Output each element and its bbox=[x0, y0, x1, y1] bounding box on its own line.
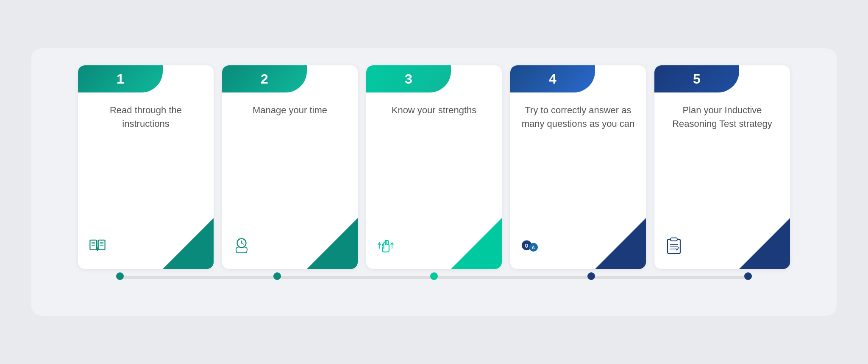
svg-text:Q: Q bbox=[525, 244, 528, 248]
card-5-badge: 5 bbox=[654, 65, 739, 92]
card-4: 4 Try to correctly answer as many questi… bbox=[510, 65, 646, 269]
card-1-corner bbox=[163, 218, 214, 269]
svg-rect-0 bbox=[90, 240, 97, 250]
svg-rect-18 bbox=[668, 239, 680, 253]
timeline-dot-2 bbox=[273, 272, 281, 280]
timeline-dot-1 bbox=[116, 272, 124, 280]
card-2-badge: 2 bbox=[222, 65, 307, 92]
card-2-icon bbox=[232, 236, 251, 259]
card-4-badge: 4 bbox=[510, 65, 595, 92]
card-3-corner bbox=[451, 218, 502, 269]
timeline-dots bbox=[116, 275, 752, 280]
card-3-badge: 3 bbox=[366, 65, 451, 92]
cards-row: 1 Read through the instructions bbox=[57, 65, 811, 269]
svg-rect-19 bbox=[670, 238, 677, 241]
card-3: 3 Know your strengths bbox=[366, 65, 502, 269]
timeline-dot-4 bbox=[587, 272, 595, 280]
card-1-icon bbox=[88, 236, 107, 259]
card-1: 1 Read through the instructions bbox=[78, 65, 214, 269]
svg-text:A: A bbox=[531, 245, 535, 250]
card-5: 5 Plan your Inductive Reasoning Test str… bbox=[654, 65, 790, 269]
svg-rect-1 bbox=[98, 240, 105, 250]
timeline-dot-5 bbox=[744, 272, 752, 280]
card-5-corner bbox=[739, 218, 790, 269]
card-3-icon bbox=[376, 236, 395, 259]
card-2-corner bbox=[307, 218, 358, 269]
card-4-icon: Q A bbox=[520, 236, 539, 259]
timeline bbox=[57, 269, 811, 286]
main-container: 1 Read through the instructions bbox=[31, 48, 837, 316]
timeline-dot-3 bbox=[430, 272, 438, 280]
card-4-corner bbox=[595, 218, 646, 269]
card-5-icon bbox=[665, 236, 683, 259]
card-1-badge: 1 bbox=[78, 65, 163, 92]
card-2: 2 Manage your time bbox=[222, 65, 358, 269]
svg-line-11 bbox=[242, 243, 243, 244]
